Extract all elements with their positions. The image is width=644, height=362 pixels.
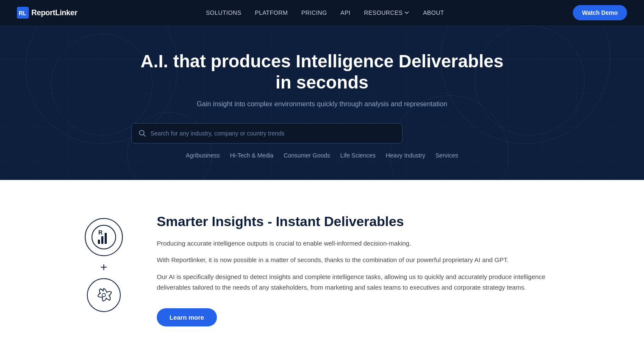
hero-title: A.I. that produces Intelligence Delivera… — [131, 51, 513, 94]
nav-links: SOLUTIONS PLATFORM PRICING API RESOURCES… — [206, 9, 444, 17]
nav-platform[interactable]: PLATFORM — [255, 9, 288, 16]
svg-rect-5 — [101, 236, 103, 244]
section-para-2: With Reportlinker, it is now possible in… — [157, 254, 559, 265]
nav-about[interactable]: ABOUT — [423, 9, 444, 16]
chevron-down-icon — [404, 10, 409, 15]
section-title: Smarter Insights - Instant Deliverables — [157, 214, 559, 229]
nav-solutions[interactable]: SOLUTIONS — [206, 9, 242, 16]
svg-rect-6 — [105, 233, 107, 244]
navbar: RL ReportLinker SOLUTIONS PLATFORM PRICI… — [0, 0, 644, 25]
hero-subtitle: Gain insight into complex environments q… — [131, 100, 513, 108]
tag-agribusiness[interactable]: Agribusiness — [186, 152, 220, 159]
text-content: Smarter Insights - Instant Deliverables … — [157, 214, 559, 326]
logo-stack: R + — [85, 214, 123, 312]
tag-services[interactable]: Services — [436, 152, 458, 159]
nav-api[interactable]: API — [341, 9, 350, 16]
brand-logo[interactable]: RL ReportLinker — [17, 7, 77, 19]
svg-point-8 — [102, 293, 105, 297]
svg-point-3 — [92, 225, 116, 249]
rl-logo-svg: R — [91, 224, 117, 250]
openai-logo-svg — [94, 285, 114, 305]
learn-more-button[interactable]: Learn more — [157, 308, 217, 326]
svg-text:RL: RL — [19, 10, 27, 17]
search-input[interactable] — [150, 130, 395, 137]
watch-demo-button[interactable]: Watch Demo — [573, 5, 627, 20]
brand-name: ReportLinker — [31, 8, 77, 17]
plus-icon: + — [100, 261, 107, 273]
tag-hitech[interactable]: Hi-Tech & Media — [230, 152, 274, 159]
tag-consumer-goods[interactable]: Consumer Goods — [283, 152, 330, 159]
nav-pricing[interactable]: PRICING — [301, 9, 327, 16]
main-content-section: R + Smarter Insights - Instant Deliverab… — [25, 180, 619, 360]
openai-logo-circle — [87, 278, 121, 312]
search-bar[interactable] — [131, 123, 402, 144]
section-para-3: Our AI is specifically designed to detec… — [157, 271, 559, 293]
tag-heavy-industry[interactable]: Heavy Industry — [386, 152, 425, 159]
nav-resources[interactable]: RESOURCES — [364, 9, 409, 16]
industry-tags: Agribusiness Hi-Tech & Media Consumer Go… — [131, 152, 513, 159]
svg-text:R: R — [98, 229, 103, 236]
hero-section: A.I. that produces Intelligence Delivera… — [0, 25, 644, 180]
tag-life-sciences[interactable]: Life Sciences — [340, 152, 375, 159]
rl-logo-circle: R — [85, 218, 123, 256]
search-icon — [139, 130, 146, 137]
hero-content: A.I. that produces Intelligence Delivera… — [131, 51, 513, 159]
section-para-1: Producing accurate intelligence outputs … — [157, 238, 559, 249]
svg-rect-4 — [98, 240, 100, 244]
